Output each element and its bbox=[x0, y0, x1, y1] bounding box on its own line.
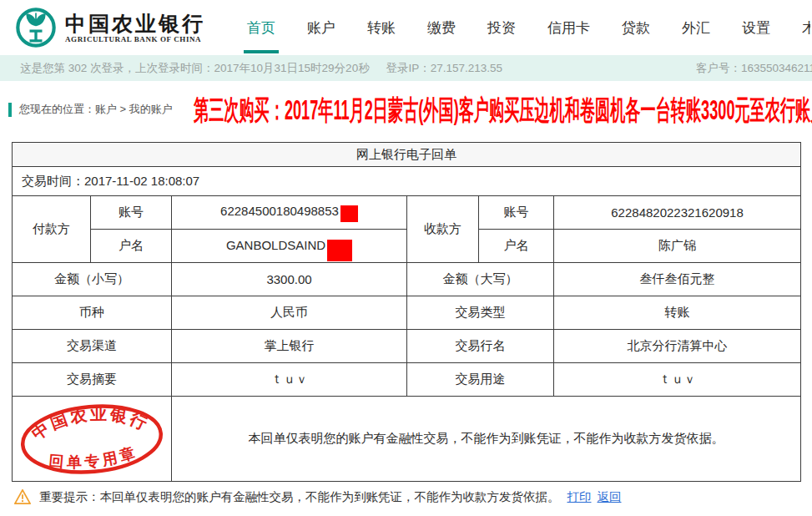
login-summary: 这是您第 302 次登录，上次登录时间：2017年10月31日15时29分20秒… bbox=[20, 55, 502, 81]
bank-logo[interactable]: 中国农业银行 AGRICULTURAL BANK OF CHINA bbox=[15, 7, 205, 48]
abc-bank-logo-icon bbox=[15, 7, 57, 48]
currency-label: 币种 bbox=[13, 296, 172, 330]
breadcrumb-text: 您现在的位置：账户 > 我的账户 bbox=[19, 102, 173, 117]
breadcrumb-accent-bar bbox=[8, 103, 12, 117]
trade-type-value: 转账 bbox=[554, 296, 801, 330]
branch-value: 北京分行清算中心 bbox=[554, 330, 801, 363]
payer-name-label: 户名 bbox=[91, 230, 172, 263]
nav-item-accounts[interactable]: 账户 bbox=[307, 0, 335, 55]
bank-receipt-stamp: 中国农业银行 回单专用章 bbox=[14, 397, 169, 482]
summary-value: ｔｕｖ bbox=[172, 363, 407, 397]
bank-logo-text: 中国农业银行 AGRICULTURAL BANK OF CHINA bbox=[65, 12, 205, 44]
back-link[interactable]: 返回 bbox=[598, 489, 622, 505]
bank-name-cn: 中国农业银行 bbox=[65, 12, 205, 36]
payer-label: 付款方 bbox=[13, 196, 91, 263]
trade-time-value: 2017-11-02 18:08:07 bbox=[84, 174, 199, 188]
nav-item-forex[interactable]: 外汇 bbox=[682, 0, 710, 55]
bank-name-en: AGRICULTURAL BANK OF CHINA bbox=[65, 35, 205, 43]
channel-value: 掌上银行 bbox=[172, 330, 407, 363]
payee-account-label: 账号 bbox=[479, 196, 554, 230]
amount-words-value: 叁仟叁佰元整 bbox=[554, 263, 801, 296]
stamp-bottom-text: 回单专用章 bbox=[47, 443, 140, 473]
nav-item-transfer[interactable]: 转账 bbox=[367, 0, 396, 55]
red-annotation-text: 第三次购买：2017年11月2日蒙古(外国)客户购买压边机和卷圆机各一台转账33… bbox=[194, 92, 812, 129]
purpose-label: 交易用途 bbox=[407, 363, 554, 397]
summary-label: 交易摘要 bbox=[13, 363, 172, 397]
nav-item-home[interactable]: 首页 bbox=[247, 0, 275, 55]
purpose-value: ｔｕｖ bbox=[554, 363, 801, 397]
svg-text:中国农业银行: 中国农业银行 bbox=[27, 399, 154, 443]
payer-account-cell: 62284500180498853 bbox=[172, 196, 407, 230]
redaction-box bbox=[340, 205, 358, 222]
payee-name-value: 陈广锦 bbox=[554, 230, 801, 263]
payee-account-value: 6228482022321620918 bbox=[554, 196, 801, 230]
print-link[interactable]: 打印 bbox=[567, 489, 592, 505]
amount-digits-value: 3300.00 bbox=[172, 263, 407, 296]
branch-label: 交易行名 bbox=[407, 330, 554, 363]
header: 中国农业银行 AGRICULTURAL BANK OF CHINA 首页 账户 … bbox=[0, 0, 812, 55]
login-info-bar: 这是您第 302 次登录，上次登录时间：2017年10月31日15时29分20秒… bbox=[0, 55, 812, 81]
nav-item-invest[interactable]: 投资 bbox=[487, 0, 516, 55]
stamp-cell: 中国农业银行 回单专用章 bbox=[13, 397, 172, 482]
page: 中国农业银行 AGRICULTURAL BANK OF CHINA 首页 账户 … bbox=[0, 0, 812, 516]
payer-name-cell: GANBOLDSAIND bbox=[172, 230, 407, 263]
warning-icon bbox=[13, 488, 32, 505]
login-ip: 登录IP：27.157.213.55 bbox=[386, 62, 502, 74]
redaction-box bbox=[327, 240, 352, 261]
amount-words-label: 金额（大写） bbox=[407, 263, 554, 296]
nav-item-loans[interactable]: 贷款 bbox=[622, 0, 650, 55]
channel-label: 交易渠道 bbox=[13, 330, 172, 363]
main-nav: 首页 账户 转账 缴费 投资 信用卡 贷款 外汇 设置 木 bbox=[231, 0, 810, 55]
nav-item-payments[interactable]: 缴费 bbox=[427, 0, 456, 55]
stamp-top-text: 中国农业银行 bbox=[27, 399, 154, 443]
breadcrumb: 您现在的位置：账户 > 我的账户 bbox=[8, 102, 173, 117]
receipt-note: 本回单仅表明您的账户有金融性交易，不能作为到账凭证，不能作为收款方发货依据。 bbox=[172, 397, 801, 482]
currency-value: 人民币 bbox=[172, 296, 407, 330]
receipt-title: 网上银行电子回单 bbox=[13, 143, 801, 167]
payer-account-label: 账号 bbox=[91, 196, 172, 230]
svg-text:回单专用章: 回单专用章 bbox=[47, 443, 140, 473]
notice-text: 重要提示：本回单仅表明您的账户有金融性交易，不能作为到账凭证，不能作为收款方发货… bbox=[39, 489, 560, 505]
amount-digits-label: 金额（小写） bbox=[13, 263, 172, 296]
customer-number: 客户号：163550346211 bbox=[696, 55, 812, 81]
trade-time-cell: 交易时间：2017-11-02 18:08:07 bbox=[13, 167, 801, 196]
footer-notice: 重要提示：本回单仅表明您的账户有金融性交易，不能作为到账凭证，不能作为收款方发货… bbox=[13, 488, 622, 505]
login-visits-text: 这是您第 302 次登录，上次登录时间：2017年10月31日15时29分20秒 bbox=[20, 62, 370, 74]
nav-item-credit-card[interactable]: 信用卡 bbox=[547, 0, 590, 55]
nav-item-clipped[interactable]: 木 bbox=[802, 0, 810, 55]
payee-label: 收款方 bbox=[407, 196, 479, 263]
trade-type-label: 交易类型 bbox=[407, 296, 554, 330]
payee-name-label: 户名 bbox=[479, 230, 554, 263]
receipt-table: 网上银行电子回单 交易时间：2017-11-02 18:08:07 付款方 账号… bbox=[12, 142, 801, 482]
nav-item-settings[interactable]: 设置 bbox=[742, 0, 770, 55]
